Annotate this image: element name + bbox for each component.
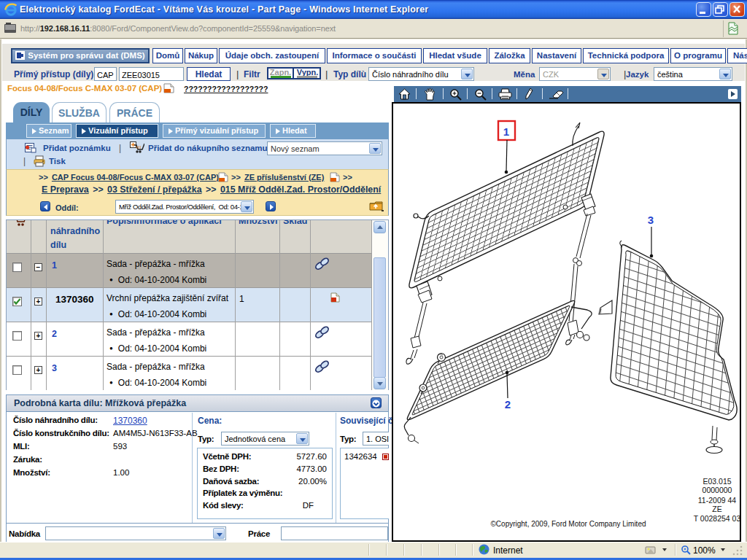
svg-text:ZE: ZE	[712, 505, 721, 513]
svg-text:2: 2	[505, 398, 511, 411]
svg-text:©Copyright, 2009, Ford Motor C: ©Copyright, 2009, Ford Motor Company Lim…	[490, 520, 646, 528]
svg-text:1: 1	[503, 125, 509, 138]
svg-text:E03.015: E03.015	[703, 477, 731, 486]
svg-text:11-2009 44: 11-2009 44	[698, 496, 737, 505]
svg-text:T 0028254 03: T 0028254 03	[694, 514, 740, 523]
svg-text:0000000: 0000000	[703, 486, 732, 494]
svg-text:3: 3	[648, 214, 654, 226]
